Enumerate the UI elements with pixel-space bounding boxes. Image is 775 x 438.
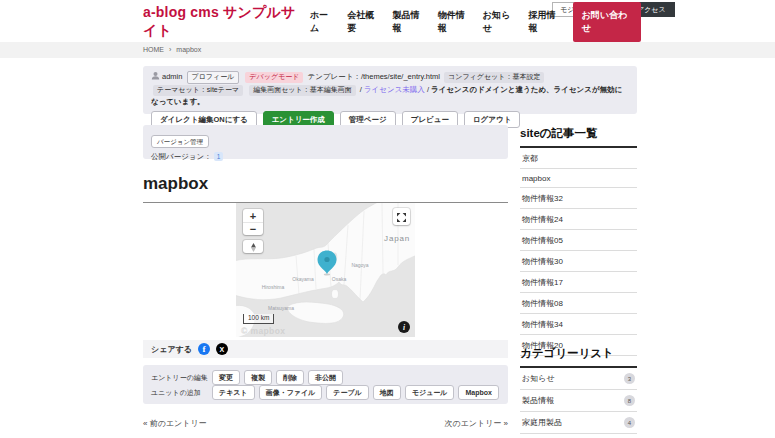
theme-set-badge[interactable]: テーマセット：siteテーマ [153,85,243,96]
add-mapbox-unit-button[interactable]: Mapbox [458,385,498,400]
list-item[interactable]: 物件情報17 [520,272,637,293]
separator: / [360,85,362,94]
unit-add-label: ユニットの追加 [151,388,208,398]
add-image-unit-button[interactable]: 画像・ファイル [259,385,323,400]
category-count-badge: 8 [624,395,635,406]
profile-button[interactable]: プロフィール [187,71,240,84]
list-item[interactable]: 物件情報24 [520,209,637,230]
nav-item-products[interactable]: 製品情報 [393,9,425,35]
entry-pagination: « 前のエントリー 次のエントリー » [143,418,508,429]
zoom-out-button[interactable]: − [243,222,263,235]
breadcrumb-home-link[interactable]: HOME [143,46,164,53]
template-path-text: テンプレート：/themes/site/_entry.html [308,72,440,81]
published-version-label: 公開バージョン： [151,152,212,161]
country-label: Japan [384,234,410,243]
edit-set-badge[interactable]: 編集画面セット：基本編集画面 [249,85,356,96]
admin-status-line: admin プロフィール デバッグモード テンプレート：/themes/site… [151,71,629,107]
category-item-home-products[interactable]: 家庭用製品 4 [520,412,637,434]
add-text-unit-button[interactable]: テキスト [212,385,255,400]
page-title: mapbox [143,174,508,203]
category-label: 製品情報 [522,395,554,406]
list-item[interactable]: 物件情報05 [520,230,637,251]
category-item-business-products[interactable]: 業務用製品 4 [520,434,637,438]
share-label: シェアする [151,344,192,355]
version-number-badge: 1 [214,152,224,161]
compass-needle-icon [250,238,257,256]
entry-edit-row: エントリーの編集 変更 複製 削除 非公開 [151,370,500,385]
mapbox-logo: © mapbox [241,326,285,336]
published-version-line: 公開バージョン：1 [151,152,500,162]
mapbox-map[interactable]: Japan Hiroshima Okayama Matsuyama Osaka … [236,203,415,337]
page: モジュール › 交通アクセス a-blog cms サンプルサイト ホーム 会社… [0,0,775,438]
city-label-matsuyama: Matsuyama [268,305,294,311]
contact-button[interactable]: お問い合わせ [573,2,641,42]
city-label-nagoya: Nagoya [351,262,368,268]
breadcrumb-separator: › [169,46,171,53]
city-label-osaka: Osaka [332,276,347,282]
main-nav: ホーム 会社概要 製品情報 物件情報 お知らせ 採用情報 [310,9,561,35]
sidebar-entry-list: siteの記事一覧 京都 mapbox 物件情報32 物件情報24 物件情報05… [520,126,637,356]
map-zoom-control: + − [243,209,263,235]
map-scale: 100 km [243,314,274,324]
entry-edit-box: エントリーの編集 変更 複製 削除 非公開 ユニットの追加 テキスト 画像・ファ… [143,365,508,404]
list-item[interactable]: mapbox [520,169,637,188]
separator: / [427,85,429,94]
nav-item-home[interactable]: ホーム [310,9,334,35]
city-label-hiroshima: Hiroshima [262,284,285,290]
edit-duplicate-button[interactable]: 複製 [244,370,272,385]
version-manage-button[interactable]: バージョン管理 [151,135,209,148]
city-label-okayama: Okayama [292,276,314,282]
x-share-icon[interactable]: X [216,343,228,355]
unit-add-row: ユニットの追加 テキスト 画像・ファイル テーブル 地図 モジュール Mapbo… [151,385,500,400]
breadcrumb-bar: HOME › mapbox [0,42,775,58]
entry-list-title: siteの記事一覧 [520,126,637,148]
list-item[interactable]: 物件情報08 [520,293,637,314]
category-item-news[interactable]: お知らせ 3 [520,368,637,390]
edit-delete-button[interactable]: 削除 [276,370,304,385]
zoom-in-button[interactable]: + [243,209,263,222]
edit-change-button[interactable]: 変更 [212,370,240,385]
attribution-info-button[interactable]: i [398,321,410,333]
version-box: バージョン管理 公開バージョン：1 [143,125,508,159]
license-link[interactable]: ライセンス未購入 [364,85,425,94]
admin-username: admin [162,72,182,81]
nav-item-news[interactable]: お知らせ [483,9,516,35]
entry-edit-label: エントリーの編集 [151,373,208,383]
next-entry-link[interactable]: 次のエントリー » [444,418,508,429]
category-label: 家庭用製品 [522,417,562,428]
list-item[interactable]: 物件情報30 [520,251,637,272]
fullscreen-button[interactable] [393,208,410,225]
add-module-unit-button[interactable]: モジュール [405,385,455,400]
list-item[interactable]: 物件情報32 [520,188,637,209]
facebook-share-icon[interactable]: f [198,343,210,355]
breadcrumb-current: mapbox [176,46,201,53]
edit-unpublish-button[interactable]: 非公開 [308,370,343,385]
fullscreen-icon [397,208,406,226]
site-header: a-blog cms サンプルサイト ホーム 会社概要 製品情報 物件情報 お知… [143,8,641,36]
category-list-title: カテゴリーリスト [520,346,637,368]
site-logo[interactable]: a-blog cms サンプルサイト [143,4,310,40]
add-map-unit-button[interactable]: 地図 [373,385,401,400]
list-item[interactable]: 物件情報34 [520,314,637,335]
nav-item-properties[interactable]: 物件情報 [438,9,470,35]
category-item-products[interactable]: 製品情報 8 [520,390,637,412]
prev-entry-link[interactable]: « 前のエントリー [143,418,207,429]
nav-item-recruit[interactable]: 採用情報 [529,9,561,35]
add-table-unit-button[interactable]: テーブル [326,385,369,400]
category-label: お知らせ [522,373,555,384]
compass-button[interactable] [243,240,263,253]
admin-bar: admin プロフィール デバッグモード テンプレート：/themes/site… [143,66,637,114]
category-count-badge: 3 [624,373,635,384]
share-bar: シェアする f X [143,340,508,358]
user-avatar-icon [151,71,160,84]
breadcrumb: HOME › mapbox [143,46,201,53]
nav-item-company[interactable]: 会社概要 [347,9,379,35]
category-count-badge: 4 [624,417,635,428]
config-set-badge[interactable]: コンフィグセット：基本設定 [444,72,544,83]
list-item[interactable]: 京都 [520,148,637,169]
sidebar-category-list: カテゴリーリスト お知らせ 3 製品情報 8 家庭用製品 4 業務用製品 4 [520,346,637,438]
debug-mode-badge: デバッグモード [245,72,303,83]
